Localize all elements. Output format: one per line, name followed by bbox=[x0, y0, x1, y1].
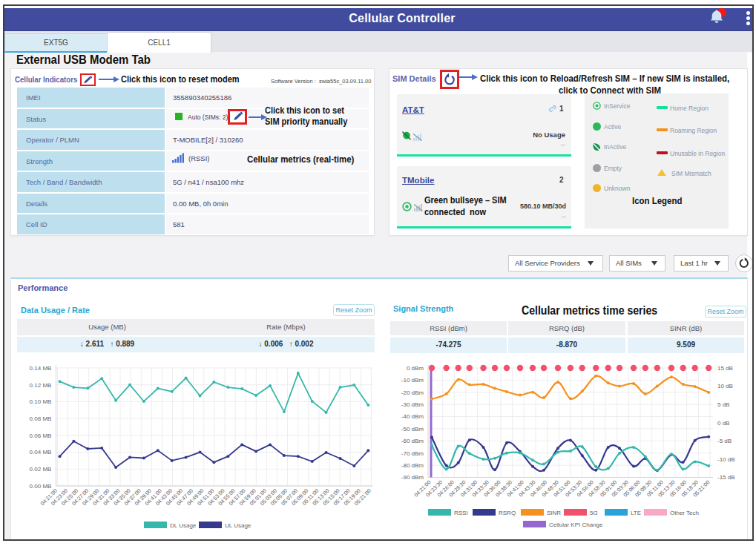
svg-text:-10 dB: -10 dB bbox=[717, 456, 735, 463]
svg-text:-70 dBm: -70 dBm bbox=[401, 450, 424, 457]
svg-text:-60 dBm: -60 dBm bbox=[401, 438, 424, 444]
svg-text:-50 dBm: -50 dBm bbox=[401, 426, 424, 432]
svg-text:SINR: SINR bbox=[547, 510, 561, 516]
svg-text:-30 dBm: -30 dBm bbox=[401, 401, 424, 408]
svg-text:-80 dBm: -80 dBm bbox=[401, 462, 424, 469]
svg-text:Cellular KPI Change: Cellular KPI Change bbox=[549, 522, 603, 528]
svg-text:15 dB: 15 dB bbox=[717, 365, 733, 372]
svg-text:-10 dBm: -10 dBm bbox=[401, 377, 424, 384]
svg-text:RSSI: RSSI bbox=[454, 510, 468, 516]
svg-text:5 dB: 5 dB bbox=[717, 401, 729, 408]
svg-text:RSRQ: RSRQ bbox=[499, 510, 516, 516]
svg-text:-40 dBm: -40 dBm bbox=[401, 413, 424, 420]
svg-text:-90 dBm: -90 dBm bbox=[401, 474, 424, 481]
svg-text:0 dBm: 0 dBm bbox=[407, 365, 424, 372]
svg-text:0 dB: 0 dB bbox=[717, 420, 729, 427]
svg-text:LTE: LTE bbox=[631, 510, 641, 516]
svg-text:-15 dB: -15 dB bbox=[717, 474, 735, 481]
svg-text:Other Tech: Other Tech bbox=[670, 510, 699, 516]
svg-text:-5 dB: -5 dB bbox=[717, 438, 732, 444]
svg-text:-20 dBm: -20 dBm bbox=[401, 389, 424, 396]
svg-text:10 dB: 10 dB bbox=[717, 383, 733, 389]
svg-text:5G: 5G bbox=[590, 510, 598, 516]
